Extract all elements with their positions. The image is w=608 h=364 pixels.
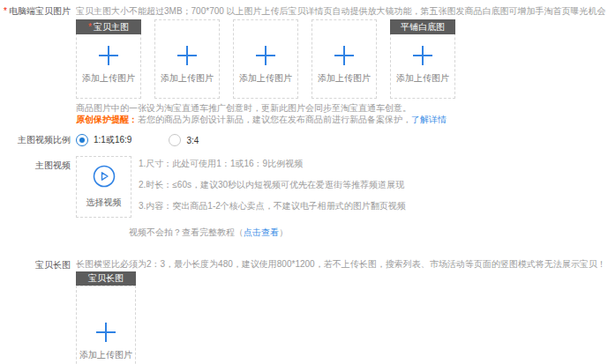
original-protection-body: 若您的商品为原创设计新品，建议您在发布商品前进行新品备案保护， [138, 115, 411, 124]
main-image-hint: 宝贝主图大小不能超过3MB；700*700 以上图片上传后宝贝详情页自动提供放大… [76, 4, 608, 19]
tag-label: 宝贝主图 [94, 19, 129, 34]
select-video-box[interactable]: 选择视频 [76, 156, 131, 218]
field-label-text: 电脑端宝贝图片 [9, 6, 71, 16]
row-main-video: 主图视频 选择视频 1.尺寸：此处可使用1：1或16：9比例视频 2.时长：≤6… [0, 156, 608, 238]
add-upload-label: 添加上传图片 [318, 72, 371, 85]
add-upload-label: 添加上传图片 [396, 72, 449, 85]
radio-label: 1:1或16:9 [94, 134, 131, 146]
field-label-long-image: 宝贝长图 [0, 258, 76, 272]
radio-label: 3:4 [186, 136, 199, 145]
radio-option-3-4[interactable]: 3:4 [169, 134, 199, 146]
tag-label: 平铺白底图 [401, 19, 445, 34]
upload-slot-main-image[interactable]: * 宝贝主图 添加上传图片 [76, 19, 141, 99]
long-image-content: 长图横竖比必须为2：3，最小长度为480，建议使用800*1200，若不上传长图… [76, 258, 608, 364]
plus-icon [96, 323, 116, 342]
plus-icon [256, 46, 275, 65]
pc-images-content: 宝贝主图大小不能超过3MB；700*700 以上图片上传后宝贝详情页自动提供放大… [76, 4, 608, 125]
upload-slot-4[interactable]: 添加上传图片 [312, 19, 377, 99]
plus-icon [99, 46, 118, 65]
field-label-main-video: 主图视频 [0, 156, 76, 173]
video-tip-duration: 2.时长：≤60s，建议30秒以内短视频可优先在爱逛街等推荐频道展现 [139, 180, 406, 190]
field-label-pc-images: *电脑端宝贝图片 [0, 4, 76, 19]
field-label-video-ratio: 主图视频比例 [0, 134, 76, 146]
upload-slot-3[interactable]: 添加上传图片 [233, 19, 298, 99]
original-protection-prefix: 原创保护提醒： [76, 115, 138, 124]
video-ratio-options: 1:1或16:9 3:4 [76, 134, 608, 146]
upload-slot-long-image[interactable]: 添加上传图片 [76, 286, 136, 364]
upload-slot-list: * 宝贝主图 添加上传图片 添加上传图片 添加上传图片 添加上传图片 [76, 19, 608, 99]
long-image-hint: 长图横竖比必须为2：3，最小长度为480，建议使用800*1200，若不上传长图… [76, 258, 608, 271]
upload-slot-white-bg[interactable]: 平铺白底图 添加上传图片 [390, 19, 455, 99]
plus-icon [334, 46, 354, 65]
tag-required-asterisk: * [88, 19, 92, 34]
long-image-tag: 宝贝长图 [76, 271, 136, 286]
row-video-ratio: 主图视频比例 1:1或16:9 3:4 [0, 134, 608, 146]
main-video-content: 选择视频 1.尺寸：此处可使用1：1或16：9比例视频 2.时长：≤60s，建议… [76, 156, 608, 238]
video-flex: 选择视频 1.尺寸：此处可使用1：1或16：9比例视频 2.时长：≤60s，建议… [76, 156, 608, 222]
upload-slot-2[interactable]: 添加上传图片 [154, 19, 220, 99]
add-upload-label: 添加上传图片 [239, 72, 292, 85]
radio-option-1-1-or-16-9[interactable]: 1:1或16:9 [76, 134, 131, 146]
main-image-tag: * 宝贝主图 [76, 19, 141, 34]
white-bg-tag: 平铺白底图 [390, 19, 455, 34]
plus-icon [177, 46, 197, 65]
plus-icon [413, 46, 432, 65]
row-pc-product-images: *电脑端宝贝图片 宝贝主图大小不能超过3MB；700*700 以上图片上传后宝贝… [0, 4, 608, 125]
add-upload-label: 添加上传图片 [82, 72, 135, 85]
required-asterisk: * [4, 6, 7, 16]
video-help-text: 视频不会拍？查看完整教程（ [129, 227, 244, 237]
click-view-link[interactable]: 点击查看 [244, 227, 279, 237]
video-tip-size: 1.尺寸：此处可使用1：1或16：9比例视频 [139, 159, 406, 169]
video-help-line: 视频不会拍？查看完整教程（点击查看） [129, 227, 608, 238]
row-long-image: 宝贝长图 长图横竖比必须为2：3，最小长度为480，建议使用800*1200，若… [0, 258, 608, 364]
play-icon [93, 165, 116, 188]
original-protection-note: 原创保护提醒：若您的商品为原创设计新品，建议您在发布商品前进行新品备案保护，了解… [76, 114, 608, 125]
video-tips: 1.尺寸：此处可使用1：1或16：9比例视频 2.时长：≤60s，建议30秒以内… [139, 156, 406, 222]
video-tip-content: 3.内容：突出商品1-2个核心卖点，不建议电子相册式的图片翻页视频 [139, 201, 406, 212]
learn-more-link[interactable]: 了解详情 [411, 115, 447, 124]
add-upload-label: 添加上传图片 [79, 349, 132, 361]
ztc-sync-note: 商品图片中的一张设为淘宝直通车推广创意时，更新此图片会同步至淘宝直通车创意。 [76, 102, 608, 114]
radio-selected-icon[interactable] [76, 134, 88, 146]
select-video-label: 选择视频 [86, 197, 122, 209]
main-image-hint-text: 宝贝主图大小不能超过3MB；700*700 以上图片上传后宝贝详情页自动提供放大… [76, 6, 606, 16]
video-help-suffix: ） [279, 227, 288, 237]
radio-unselected-icon[interactable] [169, 134, 181, 146]
add-upload-label: 添加上传图片 [161, 72, 214, 85]
long-image-hint-text: 长图横竖比必须为2：3，最小长度为480，建议使用800*1200，若不上传长图… [76, 259, 606, 269]
product-publish-form: *电脑端宝贝图片 宝贝主图大小不能超过3MB；700*700 以上图片上传后宝贝… [0, 0, 608, 364]
